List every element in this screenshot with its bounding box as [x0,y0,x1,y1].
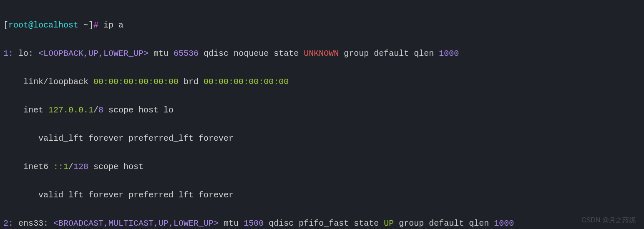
command-text: ip a [103,20,123,30]
mtu-label: mtu [219,219,244,228]
if2-state: UP [384,219,394,228]
if1-header: 1: lo: <LOOPBACK,UP,LOWER_UP> mtu 65536 … [3,47,641,61]
scope-text: scope host lo [103,105,174,115]
slash: / [93,105,98,115]
mtu-label: mtu [148,49,174,58]
inet-label: inet [3,105,48,115]
if1-lft1: valid_lft forever preferred_lft forever [3,132,641,146]
if2-name: ens33: [13,219,53,228]
if1-prefix: 8 [98,105,103,115]
if1-mac: 00:00:00:00:00:00 [93,77,179,87]
brd-label: brd [179,77,204,87]
prompt-hash: # [93,20,103,30]
if2-qlen: 1000 [494,219,514,228]
qdisc-text: qdisc pfifo_fast state [264,219,384,228]
bracket-close: ] [88,20,93,30]
scope-text: scope host [88,162,148,172]
if2-mtu: 1500 [244,219,264,228]
if1-mtu: 65536 [174,49,199,58]
prompt-line: [root@localhost ~]# ip a [3,18,641,32]
if1-prefix6: 128 [73,162,88,172]
if1-name: lo: [13,49,38,58]
if1-inet-addr: 127.0.0.1 [48,105,93,115]
qdisc-text: qdisc noqueue state [199,49,304,58]
if2-index: 2: [3,219,13,228]
if1-inet: inet 127.0.0.1/8 scope host lo [3,103,641,117]
if1-brd-mac: 00:00:00:00:00:00 [204,77,289,87]
watermark-text: CSDN @月之菈妮 [581,214,636,226]
if1-flags: <LOOPBACK,UP,LOWER_UP> [38,49,148,58]
if1-inet6: inet6 ::1/128 scope host [3,160,641,174]
if1-index: 1: [3,49,13,58]
if2-flags: <BROADCAST,MULTICAST,UP,LOWER_UP> [53,219,219,228]
if1-link: link/loopback 00:00:00:00:00:00 brd 00:0… [3,75,641,89]
inet6-label: inet6 [3,162,53,172]
if1-qlen: 1000 [439,49,459,58]
if1-state: UNKNOWN [304,49,339,58]
user-host: root@localhost [8,20,78,30]
link-label: link/loopback [3,77,93,87]
group-text: group default qlen [339,49,439,58]
group-text: group default qlen [394,219,494,228]
terminal-output[interactable]: [root@localhost ~]# ip a 1: lo: <LOOPBAC… [0,0,644,229]
cwd: ~ [78,20,88,30]
bracket-open: [ [3,20,8,30]
if1-lft2: valid_lft forever preferred_lft forever [3,188,641,202]
if2-header: 2: ens33: <BROADCAST,MULTICAST,UP,LOWER_… [3,217,641,229]
slash: / [68,162,73,172]
if1-inet6-addr: ::1 [53,162,68,172]
